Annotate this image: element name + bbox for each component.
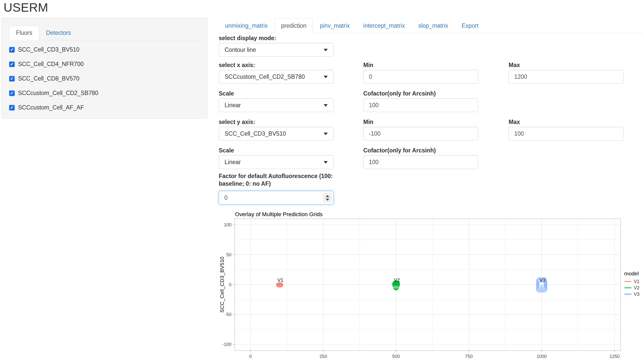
- tab-slop_matrix[interactable]: slop_matrix: [412, 18, 454, 33]
- checkbox-checked[interactable]: ✓: [9, 90, 15, 96]
- sidebar-panel: FluorsDetectors ✓SCC_Cell_CD3_BV510✓SCC_…: [1, 18, 208, 119]
- y-max-label: Max: [509, 118, 520, 126]
- main-tabbar: unmixing_matrixpredictionpinv_matrixinte…: [219, 18, 643, 33]
- fluor-checkbox-label: SCCcustom_Cell_AF_AF: [18, 104, 84, 111]
- y-cofactor-input[interactable]: [363, 155, 478, 169]
- checkbox-checked[interactable]: ✓: [9, 61, 15, 67]
- spinner-up-icon[interactable]: [326, 195, 329, 197]
- x-tick-label: 250: [319, 354, 327, 359]
- tab-pinv_matrix[interactable]: pinv_matrix: [313, 18, 356, 33]
- point-label-v1: V1: [277, 277, 283, 283]
- plot-title: Overlay of Multiple Prediction Grids: [235, 211, 323, 217]
- x-axis-value: SCCcustom_Cell_CD2_SB780: [225, 73, 305, 80]
- y-cofactor-label: Cofactor(only for Arcsinh): [363, 147, 436, 154]
- fluor-checkbox-label: SCCcustom_Cell_CD2_SB780: [18, 90, 98, 97]
- sidebar-tab-fluors[interactable]: Fluors: [9, 26, 39, 40]
- fluor-checkbox-label: SCC_Cell_CD4_NFR700: [18, 61, 84, 68]
- x-tick-label: 750: [465, 354, 473, 359]
- x-tick-label: 1250: [609, 354, 620, 359]
- number-spinner[interactable]: [323, 193, 332, 202]
- chevron-down-icon: [324, 133, 328, 135]
- display-mode-select[interactable]: Contour line: [219, 43, 334, 57]
- af-factor-label: Factor for default Autofluorescence (100…: [219, 172, 338, 187]
- display-mode-value: Contour line: [225, 46, 256, 53]
- y-scale-label: Scale: [219, 147, 234, 154]
- y-axis-title: SCC_Cell_CD3_BV510: [219, 257, 225, 313]
- x-min-label: Min: [363, 61, 373, 69]
- chevron-down-icon: [324, 161, 328, 164]
- x-axis-label: select x axis:: [219, 61, 255, 69]
- fluor-checkbox-row: ✓SCC_Cell_CD4_NFR700: [9, 61, 200, 68]
- fluor-checkbox-label: SCC_Cell_CD3_BV510: [18, 46, 80, 53]
- x-min-input[interactable]: [363, 70, 478, 84]
- x-tick-label: 0: [249, 354, 252, 359]
- legend-label: V3: [634, 292, 639, 297]
- checkbox-checked[interactable]: ✓: [9, 76, 15, 82]
- tab-export[interactable]: Export: [455, 18, 485, 33]
- fluor-checkbox-row: ✓SCCcustom_Cell_AF_AF: [9, 104, 200, 111]
- x-axis-select[interactable]: SCCcustom_Cell_CD2_SB780: [219, 70, 334, 84]
- x-scale-value: Linear: [225, 102, 241, 109]
- display-mode-label: select display mode:: [219, 34, 276, 42]
- x-scale-select[interactable]: Linear: [219, 98, 334, 112]
- prediction-plot: 025050075010001250-100-50050100Overlay o…: [218, 211, 644, 362]
- x-cofactor-label: Cofactor(only for Arcsinh): [363, 90, 436, 97]
- x-max-label: Max: [509, 61, 520, 69]
- y-max-input[interactable]: [509, 127, 623, 140]
- x-scale-label: Scale: [219, 90, 234, 97]
- y-tick-label: 50: [226, 252, 231, 257]
- x-tick-label: 1000: [537, 354, 547, 359]
- af-factor-input[interactable]: [219, 191, 334, 204]
- y-scale-select[interactable]: Linear: [219, 155, 334, 169]
- y-tick-label: 0: [229, 282, 231, 287]
- af-factor-stepper: [219, 191, 334, 204]
- y-scale-value: Linear: [225, 159, 241, 166]
- y-tick-label: -50: [225, 312, 231, 317]
- chevron-down-icon: [324, 49, 328, 51]
- checkbox-checked[interactable]: ✓: [9, 105, 15, 111]
- y-tick-label: -100: [222, 342, 231, 347]
- fluor-checkbox-row: ✓SCCcustom_Cell_CD2_SB780: [9, 90, 200, 97]
- spinner-down-icon[interactable]: [326, 199, 329, 201]
- checkbox-checked[interactable]: ✓: [9, 47, 15, 53]
- fluor-checkbox-label: SCC_Cell_CD8_BV570: [18, 75, 80, 82]
- x-tick-label: 500: [392, 354, 400, 359]
- y-tick-label: 100: [224, 222, 231, 227]
- fluor-checkbox-row: ✓SCC_Cell_CD3_BV510: [9, 46, 200, 53]
- fluor-checkbox-group: ✓SCC_Cell_CD3_BV510✓SCC_Cell_CD4_NFR700✓…: [9, 46, 200, 111]
- tab-intercept_matrix[interactable]: intercept_matrix: [357, 18, 411, 33]
- sidebar-tab-detectors[interactable]: Detectors: [39, 26, 78, 40]
- point-label-v3: V3: [540, 277, 545, 283]
- chevron-down-icon: [324, 76, 328, 78]
- y-axis-value: SCC_Cell_CD3_BV510: [225, 130, 286, 137]
- tab-unmixing_matrix[interactable]: unmixing_matrix: [219, 18, 274, 33]
- legend-label: V1: [634, 279, 639, 284]
- y-axis-select[interactable]: SCC_Cell_CD3_BV510: [219, 127, 334, 140]
- sidebar-tabbar: FluorsDetectors: [9, 26, 200, 40]
- x-cofactor-input[interactable]: [363, 98, 478, 112]
- prediction-plot-svg: 025050075010001250-100-50050100Overlay o…: [218, 211, 644, 362]
- userm-app: USERM FluorsDetectors ✓SCC_Cell_CD3_BV51…: [0, 0, 644, 362]
- tab-prediction[interactable]: prediction: [275, 18, 313, 33]
- legend-title: model: [624, 271, 639, 276]
- point-label-v2: V2: [394, 277, 400, 283]
- page-title: USERM: [4, 1, 48, 14]
- chevron-down-icon: [324, 104, 328, 107]
- legend-label: V2: [634, 285, 639, 290]
- y-min-label: Min: [363, 118, 373, 126]
- fluor-checkbox-row: ✓SCC_Cell_CD8_BV570: [9, 75, 200, 82]
- x-max-input[interactable]: [509, 70, 623, 84]
- y-axis-label: select y axis:: [219, 118, 255, 126]
- y-min-input[interactable]: [363, 127, 478, 140]
